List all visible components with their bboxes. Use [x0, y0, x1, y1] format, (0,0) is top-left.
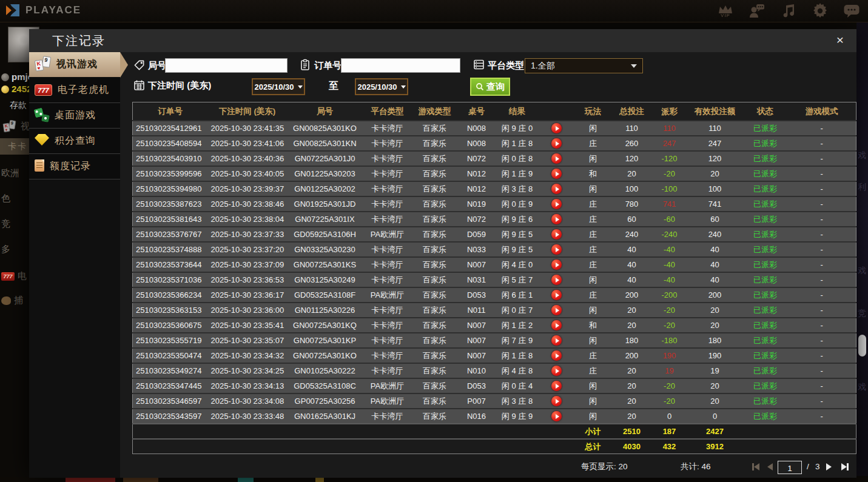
replay-play-button[interactable]	[551, 138, 562, 149]
cell-replay	[539, 318, 574, 333]
round-number-input[interactable]	[165, 58, 288, 73]
cell-table: N012	[458, 181, 496, 196]
sidebar-item-tab[interactable]: 积分查询	[29, 129, 120, 154]
cell-payout: -20	[652, 318, 687, 333]
replay-play-button[interactable]	[551, 320, 562, 330]
sidebar-item-tab[interactable]: 额度记录	[29, 154, 120, 179]
replay-play-button[interactable]	[551, 396, 562, 406]
replay-play-button[interactable]	[551, 305, 562, 315]
cell-replay	[539, 333, 574, 348]
current-page-input[interactable]: 1	[778, 461, 802, 474]
date-from-select[interactable]: 2025/10/30	[252, 78, 305, 95]
chat-bubble-icon[interactable]	[843, 1, 861, 21]
order-number-input[interactable]	[341, 58, 460, 73]
cell-status: 已派彩	[743, 287, 788, 303]
cell-total-bet: 260	[612, 136, 652, 151]
replay-play-button[interactable]	[551, 366, 562, 376]
music-note-icon[interactable]	[779, 1, 798, 21]
cell-valid-bet: 40	[687, 242, 743, 257]
cell-time: 2025-10-30 23:40:36	[208, 151, 287, 166]
replay-play-button[interactable]	[551, 153, 562, 164]
total-row-valid-bet: 3912	[687, 439, 743, 454]
cell-valid-bet: 20	[687, 166, 743, 181]
cell-total-bet: 20	[612, 303, 652, 318]
table-row: 2510302353631532025-10-30 23:36:00GN0112…	[133, 303, 856, 318]
cell-round: GD05925A3106H	[287, 227, 363, 242]
cell-replay	[539, 257, 574, 272]
cell-order: 251030235360675	[133, 318, 208, 333]
replay-play-button[interactable]	[551, 381, 562, 391]
cell-status: 已派彩	[743, 378, 788, 393]
date-to-select[interactable]: 2025/10/30	[355, 78, 408, 95]
close-icon[interactable]: ×	[832, 32, 848, 48]
cell-status: 已派彩	[743, 303, 788, 318]
next-page-button[interactable]	[826, 463, 832, 470]
cell-total-bet: 200	[612, 348, 652, 363]
cell-valid-bet: 20	[687, 318, 743, 333]
replay-play-button[interactable]	[551, 290, 562, 300]
platform-type-value: 1.全部	[531, 61, 555, 72]
cell-game: 百家乐	[412, 212, 458, 227]
query-button[interactable]: 查询	[470, 78, 510, 96]
cell-valid-bet: 20	[687, 393, 743, 409]
background-edge-glyph: 戏	[858, 150, 866, 161]
cell-round: GN07225A301J0	[287, 151, 363, 166]
cell-platform: 卡卡湾厅	[363, 363, 412, 378]
vip-crown-icon[interactable]: VIP	[716, 1, 735, 21]
cell-status: 已派彩	[743, 121, 788, 136]
cell-replay	[539, 272, 574, 287]
replay-play-button[interactable]	[551, 123, 562, 133]
search-icon	[476, 82, 484, 91]
column-header: 桌号	[458, 102, 496, 121]
brand-logo[interactable]: PLAYACE	[5, 2, 81, 18]
modal-title: 下注记录	[52, 29, 106, 52]
cell-platform: 卡卡湾厅	[363, 257, 412, 272]
sidebar-item-selected[interactable]: 9K♥视讯游戏	[29, 52, 120, 78]
cell-order: 251030235349274	[133, 363, 208, 378]
replay-play-button[interactable]	[551, 350, 562, 361]
cell-time: 2025-10-30 23:35:41	[208, 318, 287, 333]
cell-status: 已派彩	[743, 242, 788, 257]
replay-play-button[interactable]	[551, 259, 562, 270]
cell-valid-bet: 247	[687, 136, 743, 151]
sidebar-item-tab[interactable]: 桌面游戏	[29, 103, 120, 129]
replay-play-button[interactable]	[551, 275, 562, 285]
first-page-button[interactable]	[752, 463, 759, 470]
cell-valid-bet: 240	[687, 227, 743, 242]
platform-type-select[interactable]: 1.全部	[525, 58, 643, 73]
replay-play-button[interactable]	[551, 411, 562, 421]
cell-order: 251030235381643	[133, 212, 208, 227]
cell-bet-on: 闲	[574, 378, 612, 393]
last-page-button[interactable]	[841, 463, 849, 470]
cell-replay	[539, 409, 574, 424]
cell-round: GN01625A301KJ	[287, 409, 363, 424]
cell-time: 2025-10-30 23:34:13	[208, 378, 287, 393]
cell-game: 百家乐	[412, 363, 458, 378]
cell-bet-on: 闲	[574, 333, 612, 348]
cell-total-bet: 20	[612, 363, 652, 378]
cell-replay	[539, 212, 574, 227]
replay-play-button[interactable]	[551, 335, 562, 346]
cell-result: 闲 3 庄 8	[496, 181, 539, 196]
scrollbar-thumb[interactable]	[858, 335, 866, 356]
table-row: 2510302353767672025-10-30 23:37:33GD0592…	[133, 227, 856, 242]
cell-table: N007	[458, 333, 496, 348]
replay-play-button[interactable]	[551, 169, 562, 179]
cell-payout: -240	[652, 227, 687, 242]
replay-play-button[interactable]	[551, 184, 562, 194]
replay-play-button[interactable]	[551, 229, 562, 239]
support-agent-icon[interactable]	[748, 1, 766, 21]
cell-status: 已派彩	[743, 318, 788, 333]
cell-game: 百家乐	[412, 348, 458, 363]
cell-table: N010	[458, 363, 496, 378]
prev-page-button[interactable]	[767, 463, 773, 470]
cell-platform: 卡卡湾厅	[363, 136, 412, 151]
sidebar-item-tab[interactable]: 777电子老虎机	[29, 78, 120, 103]
cell-bet-on: 和	[574, 318, 612, 333]
cell-game: 百家乐	[412, 181, 458, 196]
replay-play-button[interactable]	[551, 244, 562, 255]
cell-mode: -	[788, 166, 856, 181]
settings-gear-icon[interactable]	[811, 1, 829, 21]
replay-play-button[interactable]	[551, 199, 562, 209]
replay-play-button[interactable]	[551, 214, 562, 224]
